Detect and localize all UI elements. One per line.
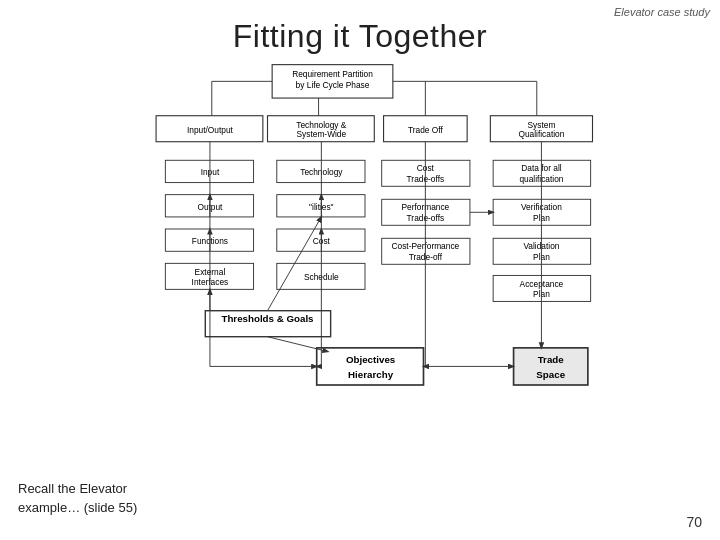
svg-text:System-Wide: System-Wide xyxy=(297,129,347,139)
page-title: Fitting it Together xyxy=(0,18,720,55)
svg-text:Input/Output: Input/Output xyxy=(187,125,234,135)
svg-text:Requirement Partition: Requirement Partition xyxy=(292,69,373,79)
svg-text:by Life Cycle Phase: by Life Cycle Phase xyxy=(296,80,370,90)
diagram: Requirement Partition by Life Cycle Phas… xyxy=(40,60,690,450)
svg-text:Trade Off: Trade Off xyxy=(408,125,443,135)
svg-text:Objectives: Objectives xyxy=(346,354,396,365)
watermark-label: Elevator case study xyxy=(614,6,710,18)
svg-text:Hierarchy: Hierarchy xyxy=(348,369,394,380)
svg-text:Space: Space xyxy=(536,369,565,380)
svg-line-75 xyxy=(268,337,328,352)
page-number: 70 xyxy=(686,514,702,530)
svg-text:Thresholds & Goals: Thresholds & Goals xyxy=(221,313,314,324)
svg-text:Trade: Trade xyxy=(538,354,565,365)
svg-text:Qualification: Qualification xyxy=(518,129,564,139)
caption-text: Recall the Elevator example… (slide 55) xyxy=(18,480,137,518)
